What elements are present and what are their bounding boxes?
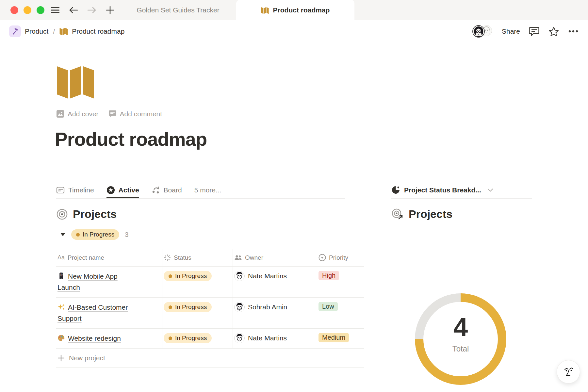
map-icon — [261, 7, 269, 14]
map-icon — [59, 27, 68, 35]
breadcrumb-separator: / — [53, 27, 55, 35]
comments-icon[interactable] — [529, 26, 540, 37]
add-comment-button[interactable]: Add comment — [108, 110, 162, 118]
add-comment-label: Add comment — [120, 110, 162, 118]
status-dot — [169, 336, 172, 340]
new-project-label: New project — [69, 354, 105, 362]
breadcrumb-page-link[interactable]: Product roadmap — [72, 27, 124, 35]
status-dot — [169, 305, 172, 309]
column-header-owner[interactable]: Owner — [233, 249, 317, 267]
status-pill: In Progress — [164, 333, 212, 343]
hammer-icon[interactable] — [9, 25, 21, 37]
collaborator-avatars[interactable] — [472, 25, 493, 38]
view-tab-timeline[interactable]: Timeline — [56, 182, 94, 198]
sparkles-icon — [57, 303, 65, 311]
target-icon — [56, 208, 68, 220]
group-status-pill[interactable]: In Progress — [71, 229, 119, 240]
owner-cell[interactable]: Sohrab Amin — [233, 298, 317, 329]
table-row[interactable]: AI-Based Customer Support In Progress So… — [56, 298, 364, 329]
breadcrumb: Product / Product roadmap — [9, 25, 124, 37]
image-icon — [56, 110, 64, 118]
status-pill: In Progress — [164, 271, 212, 281]
status-pill: In Progress — [164, 302, 212, 312]
column-header-status[interactable]: Status — [162, 249, 233, 267]
projects-database-title[interactable]: Projects — [56, 208, 117, 220]
owner-cell[interactable]: Nate Martins — [233, 329, 317, 349]
status-cell[interactable]: In Progress — [162, 329, 233, 349]
people-icon — [234, 254, 242, 261]
widget-selector[interactable]: Project Status Breakd... — [391, 182, 532, 199]
column-label: Owner — [245, 254, 263, 261]
add-cover-label: Add cover — [68, 110, 99, 118]
column-label: Status — [174, 254, 191, 261]
timeline-icon — [56, 186, 65, 194]
notion-window: Golden Set Guides Tracker Product roadma… — [0, 0, 588, 392]
status-dot — [169, 274, 172, 278]
project-name-link[interactable]: Website redesign — [57, 333, 121, 344]
project-name-link[interactable]: AI-Based Customer Support — [57, 302, 138, 324]
priority-pill: Medium — [318, 333, 349, 342]
minimize-window-button[interactable] — [24, 6, 31, 14]
new-project-button[interactable]: New project — [56, 349, 364, 368]
avatar-sohrab-amin — [234, 302, 245, 312]
project-name-cell[interactable]: New Mobile App Launch — [56, 267, 162, 298]
zoom-window-button[interactable] — [37, 6, 44, 14]
board-flow-icon — [152, 186, 160, 194]
column-label: Project name — [68, 254, 104, 261]
priority-cell[interactable]: High — [317, 267, 364, 298]
page-divider — [56, 391, 364, 391]
status-donut-chart: 4 Total — [412, 291, 509, 387]
page-title[interactable]: Product roadmap — [55, 128, 207, 150]
column-label: Priority — [329, 254, 348, 261]
plus-icon — [57, 354, 65, 362]
table-header: Aa Project name Status Owner Priority — [56, 249, 364, 267]
page-header: Product / Product roadmap Share — [0, 20, 588, 42]
table-row[interactable]: New Mobile App Launch In Progress Nate M… — [56, 267, 364, 298]
close-window-button[interactable] — [10, 6, 18, 14]
priority-cell[interactable]: Medium — [317, 329, 364, 349]
more-views-button[interactable]: 5 more... — [194, 182, 221, 198]
back-icon[interactable] — [68, 5, 79, 16]
table-rows: New Mobile App Launch In Progress Nate M… — [56, 267, 364, 349]
section-title: Projects — [73, 208, 117, 220]
page-icon-map[interactable] — [56, 63, 95, 99]
ai-face-icon — [561, 365, 576, 379]
tab-golden-set-guides-tracker[interactable]: Golden Set Guides Tracker — [124, 0, 232, 20]
sidebar-menu-icon[interactable] — [50, 5, 61, 16]
share-button[interactable]: Share — [502, 27, 520, 35]
tab-product-roadmap[interactable]: Product roadmap — [236, 0, 354, 20]
status-cell[interactable]: In Progress — [162, 298, 233, 329]
status-dot — [76, 233, 80, 237]
project-name-link[interactable]: New Mobile App Launch — [57, 271, 138, 293]
owner-cell[interactable]: Nate Martins — [233, 267, 317, 298]
column-header-project-name[interactable]: Aa Project name — [56, 249, 162, 267]
tab-label: Product roadmap — [273, 6, 330, 14]
chart-panel-title[interactable]: Projects — [391, 208, 452, 220]
view-tab-active[interactable]: Active — [106, 182, 139, 198]
view-tabs: Timeline Active Board 5 more... — [56, 182, 345, 199]
add-cover-button[interactable]: Add cover — [56, 110, 99, 118]
view-tab-label: Board — [164, 186, 182, 194]
collapse-triangle-icon[interactable] — [60, 233, 66, 237]
forward-icon[interactable] — [86, 5, 97, 16]
new-tab-icon[interactable] — [105, 5, 116, 16]
donut-total-label: Total — [412, 344, 509, 353]
view-tab-label: Timeline — [68, 186, 94, 194]
priority-pill: Low — [318, 302, 338, 311]
group-count: 3 — [125, 231, 128, 238]
table-row[interactable]: Website redesign In Progress Nate Martin… — [56, 329, 364, 349]
status-cell[interactable]: In Progress — [162, 267, 233, 298]
tab-label: Golden Set Guides Tracker — [137, 6, 219, 14]
topbar-separator — [119, 5, 119, 15]
avatar-nate-martins — [234, 271, 245, 281]
priority-cell[interactable]: Low — [317, 298, 364, 329]
column-header-priority[interactable]: Priority — [317, 249, 364, 267]
more-options-icon[interactable] — [568, 26, 579, 37]
project-name-cell[interactable]: Website redesign — [56, 329, 162, 349]
notion-ai-button[interactable] — [557, 360, 580, 384]
avatar-nate-martins — [234, 333, 245, 343]
project-name-cell[interactable]: AI-Based Customer Support — [56, 298, 162, 329]
breadcrumb-product-link[interactable]: Product — [25, 27, 48, 35]
view-tab-board[interactable]: Board — [152, 182, 182, 198]
favorite-star-icon[interactable] — [548, 26, 559, 37]
